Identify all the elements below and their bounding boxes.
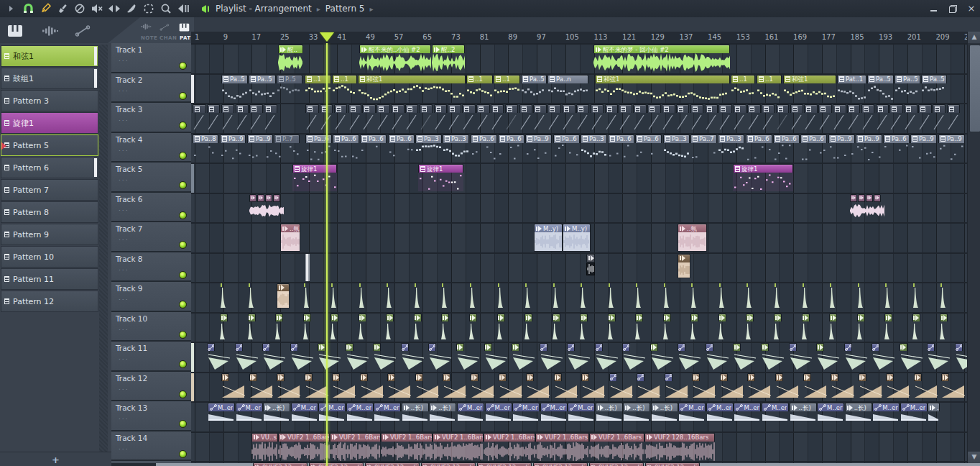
playlist-clip[interactable]: 0VUF2 12...alias: [589, 462, 644, 466]
pat-tab-icon[interactable]: [179, 23, 190, 32]
minimize-button[interactable]: [930, 4, 938, 13]
playlist-clip[interactable]: [833, 104, 846, 133]
playlist-clip[interactable]: [884, 314, 893, 341]
playlist-clip[interactable]: [193, 104, 206, 133]
playlist-clip[interactable]: 0VUF2 12...alias: [533, 462, 588, 466]
track-options[interactable]: ...: [119, 115, 129, 122]
playlist-clip[interactable]: M..er: [678, 403, 706, 424]
playlist-clip[interactable]: [858, 283, 864, 309]
playlist-clip[interactable]: [525, 283, 531, 309]
playlist-clip[interactable]: [305, 373, 329, 400]
playlist-clip[interactable]: [927, 343, 951, 371]
playlist-clip[interactable]: [690, 104, 704, 133]
playlist-clip[interactable]: [248, 314, 256, 341]
playlist-clip[interactable]: M..y): [534, 224, 563, 252]
playlist-clip[interactable]: [789, 343, 813, 371]
playlist-clip[interactable]: [249, 283, 254, 309]
playlist-clip[interactable]: [720, 373, 744, 400]
playlist-clip[interactable]: 0VUF2 12...alias: [421, 462, 476, 466]
playlist-clip[interactable]: [376, 104, 390, 133]
track-options[interactable]: ...: [119, 444, 129, 451]
playlist-clip[interactable]: [387, 373, 412, 400]
pattern-item[interactable]: Pattern 10: [1, 246, 98, 268]
playlist-clip[interactable]: M..er: [762, 403, 789, 424]
playlist-clip[interactable]: [633, 104, 647, 133]
track-header[interactable]: Track 4...: [111, 133, 191, 163]
playlist-clip[interactable]: [332, 373, 356, 400]
playlist-grid[interactable]: 醒..醒不来的..小仙 #2醒..2醒不来的梦 - 回小仙 #2Pa..5Pa.…: [191, 43, 967, 466]
playlist-clip[interactable]: [462, 104, 476, 133]
playlist-clip[interactable]: M..er: [236, 403, 263, 424]
playlist-clip[interactable]: [762, 104, 775, 133]
playlist-clip[interactable]: P..5: [277, 75, 302, 104]
playlist-clip[interactable]: [331, 283, 337, 309]
playlist-clip[interactable]: [471, 373, 495, 400]
pattern-item[interactable]: Pattern 11: [1, 268, 98, 290]
playlist-clip[interactable]: 和弦1: [783, 75, 836, 104]
playlist-clip[interactable]: M..er: [734, 403, 761, 424]
playlist-clip[interactable]: ..1: [466, 75, 493, 104]
delete-icon[interactable]: [73, 2, 86, 15]
playlist-clip[interactable]: [940, 314, 948, 341]
playlist-clip[interactable]: [829, 314, 838, 341]
playlist-clip[interactable]: ..长): [623, 403, 650, 424]
track-options[interactable]: ...: [119, 354, 129, 361]
note-tab-icon[interactable]: [141, 23, 152, 30]
playlist-clip[interactable]: [547, 104, 561, 133]
playlist-clip[interactable]: [885, 283, 891, 309]
playlist-clip[interactable]: [220, 314, 228, 341]
playlist-clip[interactable]: Pa..5: [521, 75, 547, 104]
playlist-clip[interactable]: 和弦1: [595, 75, 730, 104]
playlist-clip[interactable]: 0VUF2 12...alias: [365, 462, 420, 466]
playlist-clip[interactable]: [249, 373, 274, 400]
piano-roll-icon[interactable]: [7, 24, 23, 37]
playlist-clip[interactable]: [499, 373, 523, 400]
playlist-clip[interactable]: Pa..6: [471, 134, 497, 163]
playlist-clip[interactable]: [947, 104, 961, 133]
pattern-item[interactable]: Pattern 5: [1, 134, 98, 156]
track-enable-led[interactable]: [179, 181, 187, 189]
playlist-clip[interactable]: Pa..6: [333, 134, 359, 163]
playlist-clip[interactable]: [663, 314, 672, 341]
playlist-clip[interactable]: [719, 283, 725, 309]
track-header[interactable]: Track 11...: [111, 342, 191, 372]
track-options[interactable]: ...: [119, 414, 129, 421]
playlist-clip[interactable]: [678, 343, 702, 371]
playlist-clip[interactable]: Pa..n: [547, 75, 588, 104]
playlist-clip[interactable]: [442, 283, 448, 309]
playlist-clip[interactable]: [448, 104, 461, 133]
playlist-clip[interactable]: [647, 104, 661, 133]
playlist-clip[interactable]: ..长): [402, 403, 429, 424]
playlist-clip[interactable]: 旋律1: [418, 164, 463, 193]
playlist-clip[interactable]: [415, 373, 440, 400]
playlist-clip[interactable]: [540, 343, 564, 371]
playlist-clip[interactable]: Pa..5: [895, 75, 920, 104]
playlist-clip[interactable]: [650, 343, 675, 371]
playlist-clip[interactable]: [330, 314, 339, 341]
playlist-clip[interactable]: [678, 254, 690, 279]
draw-pencil-icon[interactable]: [39, 2, 52, 15]
playlist-clip[interactable]: Pa..9: [525, 134, 552, 163]
playlist-clip[interactable]: Pa..6: [773, 134, 800, 163]
playlist-clip[interactable]: Pa..3: [415, 134, 442, 163]
pattern-item[interactable]: Pattern 9: [1, 224, 98, 245]
playlist-clip[interactable]: [318, 343, 342, 371]
playlist-clip[interactable]: Pa..3: [581, 134, 607, 163]
playlist-clip[interactable]: [718, 314, 727, 341]
track-options[interactable]: ...: [119, 384, 129, 391]
playlist-clip[interactable]: [802, 314, 810, 341]
playlist-clip[interactable]: [512, 343, 536, 371]
playback-icon[interactable]: [177, 2, 190, 15]
playlist-clip[interactable]: M..er: [457, 403, 484, 424]
playlist-clip[interactable]: [746, 314, 754, 341]
playlist-clip[interactable]: [484, 343, 509, 371]
playlist-clip[interactable]: [441, 314, 450, 341]
playlist-clip[interactable]: Pa..3: [663, 134, 690, 163]
playlist-clip[interactable]: Pa..9: [220, 134, 246, 163]
track-header[interactable]: Track 9...: [111, 282, 191, 312]
track-enable-led[interactable]: [179, 92, 187, 100]
playlist-clip[interactable]: [900, 343, 924, 371]
playlist-clip[interactable]: [609, 373, 634, 400]
playlist-clip[interactable]: Pa..8: [193, 134, 218, 163]
playlist-clip[interactable]: [249, 194, 285, 221]
